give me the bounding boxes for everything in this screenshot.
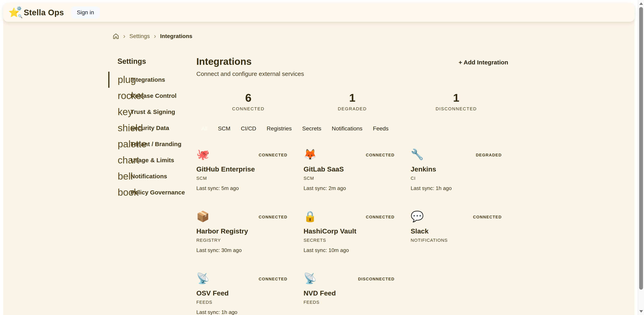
integration-name: Slack xyxy=(410,227,508,235)
home-icon[interactable] xyxy=(113,33,119,40)
integration-card-gitlab-saas[interactable]: 🦊 CONNECTED GitLab SaaS SCM Last sync: 2… xyxy=(304,148,401,191)
stat-label: DEGRADED xyxy=(300,106,404,112)
sidebar-item-release-control[interactable]: rocket Release Control xyxy=(108,88,199,104)
status-badge: CONNECTED xyxy=(473,215,502,219)
rocket-icon: rocket xyxy=(118,88,127,104)
settings-sidebar: Settings plug Integrations rocket Releas… xyxy=(108,57,199,200)
category-tabs: All SCM CI/CD Registries Secrets Notific… xyxy=(196,125,508,132)
breadcrumb-current: Integrations xyxy=(160,33,192,40)
sidebar-item-security-data[interactable]: shield Security Data xyxy=(108,120,199,136)
status-badge: CONNECTED xyxy=(259,215,288,219)
integration-type: SCM xyxy=(196,176,294,181)
integration-type: FEEDS xyxy=(196,300,294,305)
stat-label: CONNECTED xyxy=(196,106,300,112)
integration-type: NOTIFICATIONS xyxy=(410,238,508,243)
integration-type: SECRETS xyxy=(304,238,401,243)
status-badge: CONNECTED xyxy=(259,153,288,157)
shield-icon: shield xyxy=(118,120,127,136)
last-sync-text: Last sync: 1h ago xyxy=(410,185,508,191)
stat-degraded: 1 DEGRADED xyxy=(300,92,404,112)
integration-name: HashiCorp Vault xyxy=(304,227,401,235)
sidebar-item-usage-limits[interactable]: chart Usage & Limits xyxy=(108,152,199,168)
stat-connected: 6 CONNECTED xyxy=(196,92,300,112)
integration-name: Jenkins xyxy=(410,165,508,173)
sidebar-item-label: Trust & Signing xyxy=(130,109,175,115)
brand-title: Stella Ops xyxy=(24,8,64,17)
tab-secrets[interactable]: Secrets xyxy=(302,125,321,132)
integration-card-github-enterprise[interactable]: 🐙 CONNECTED GitHub Enterprise SCM Last s… xyxy=(196,148,294,191)
stat-disconnected: 1 DISCONNECTED xyxy=(404,92,508,112)
add-integration-button[interactable]: + Add Integration xyxy=(459,59,508,66)
sidebar-title: Settings xyxy=(118,57,199,66)
sidebar-item-label: Notifications xyxy=(130,173,167,180)
integration-name: GitLab SaaS xyxy=(304,165,401,173)
key-icon: key xyxy=(118,104,127,120)
plug-icon: plug xyxy=(118,72,127,88)
tab-feeds[interactable]: Feeds xyxy=(373,125,389,132)
stat-value: 1 xyxy=(300,92,404,103)
browser-viewport: ⭐ ⚙️ 🔍 Stella Ops Sign in › Settings › I… xyxy=(0,0,644,315)
magnifier-icon: 🔍 xyxy=(18,15,22,18)
status-badge: CONNECTED xyxy=(366,153,394,157)
integration-name: OSV Feed xyxy=(196,289,294,297)
integration-name: Harbor Registry xyxy=(196,227,294,235)
status-badge: DEGRADED xyxy=(476,153,502,157)
stat-label: DISCONNECTED xyxy=(404,106,508,112)
integration-name: NVD Feed xyxy=(304,289,401,297)
sign-in-button[interactable]: Sign in xyxy=(71,7,100,19)
scroll-up-arrow-icon[interactable] xyxy=(639,3,643,5)
integration-name: GitHub Enterprise xyxy=(196,165,294,173)
breadcrumb: › Settings › Integrations xyxy=(113,33,192,40)
sidebar-item-tenant-branding[interactable]: palette Tenant / Branding xyxy=(108,136,199,152)
chevron-right-icon: › xyxy=(123,33,125,39)
stat-value: 1 xyxy=(404,92,508,103)
last-sync-text: Last sync: 1h ago xyxy=(196,309,294,315)
integration-card-nvd-feed[interactable]: 📡 DISCONNECTED NVD Feed FEEDS xyxy=(304,272,401,315)
last-sync-text: Last sync: 2m ago xyxy=(304,185,401,191)
sidebar-item-label: Policy Governance xyxy=(130,189,185,196)
scrollbar-thumb[interactable] xyxy=(639,7,643,290)
integration-card-jenkins[interactable]: 🔧 DEGRADED Jenkins CI Last sync: 1h ago xyxy=(410,148,508,191)
integrations-panel: Integrations Connect and configure exter… xyxy=(196,56,508,315)
integration-card-hashicorp-vault[interactable]: 🔒 CONNECTED HashiCorp Vault SECRETS Last… xyxy=(304,210,401,253)
sidebar-item-trust-signing[interactable]: key Trust & Signing xyxy=(108,104,199,120)
last-sync-text: Last sync: 10m ago xyxy=(304,247,401,253)
integration-type: FEEDS xyxy=(304,300,401,305)
integration-card-harbor-registry[interactable]: 📦 CONNECTED Harbor Registry REGISTRY Las… xyxy=(196,210,294,253)
tab-scm[interactable]: SCM xyxy=(218,125,230,132)
status-badge: DISCONNECTED xyxy=(358,277,395,281)
tab-notifications[interactable]: Notifications xyxy=(332,125,362,132)
page-surface: ⭐ ⚙️ 🔍 Stella Ops Sign in › Settings › I… xyxy=(3,3,634,315)
status-summary: 6 CONNECTED 1 DEGRADED 1 DISCONNECTED xyxy=(196,92,508,112)
sidebar-item-policy-governance[interactable]: book Policy Governance xyxy=(108,184,199,200)
tab-cicd[interactable]: CI/CD xyxy=(241,125,256,132)
integration-card-slack[interactable]: 💬 CONNECTED Slack NOTIFICATIONS xyxy=(410,210,508,253)
integration-type: SCM xyxy=(304,176,401,181)
app-header: ⭐ ⚙️ 🔍 Stella Ops Sign in xyxy=(3,3,634,22)
integration-type: CI xyxy=(410,176,508,181)
integration-type: REGISTRY xyxy=(196,238,294,243)
page-subtitle: Connect and configure external services xyxy=(196,70,304,78)
stat-value: 6 xyxy=(196,92,300,103)
last-sync-text: Last sync: 5m ago xyxy=(196,185,294,191)
stella-ops-logo-icon: ⭐ ⚙️ 🔍 xyxy=(8,8,20,17)
chart-icon: chart xyxy=(118,152,127,168)
integration-grid: 🐙 CONNECTED GitHub Enterprise SCM Last s… xyxy=(196,148,508,315)
gear-icon: ⚙️ xyxy=(17,7,22,11)
tab-all[interactable]: All xyxy=(201,125,208,132)
book-icon: book xyxy=(118,184,127,200)
panel-header: Integrations Connect and configure exter… xyxy=(196,56,508,78)
sidebar-item-integrations[interactable]: plug Integrations xyxy=(108,72,199,88)
bell-icon: bell xyxy=(118,168,127,184)
status-badge: CONNECTED xyxy=(366,215,394,219)
tab-registries[interactable]: Registries xyxy=(267,125,292,132)
status-badge: CONNECTED xyxy=(259,277,288,281)
last-sync-text: Last sync: 30m ago xyxy=(196,247,294,253)
sidebar-item-notifications[interactable]: bell Notifications xyxy=(108,168,199,184)
palette-icon: palette xyxy=(118,136,127,152)
scroll-down-arrow-icon[interactable] xyxy=(639,310,643,312)
breadcrumb-settings[interactable]: Settings xyxy=(129,33,150,40)
integration-card-osv-feed[interactable]: 📡 CONNECTED OSV Feed FEEDS Last sync: 1h… xyxy=(196,272,294,315)
page-title: Integrations xyxy=(196,56,304,67)
vertical-scrollbar[interactable] xyxy=(638,0,644,315)
